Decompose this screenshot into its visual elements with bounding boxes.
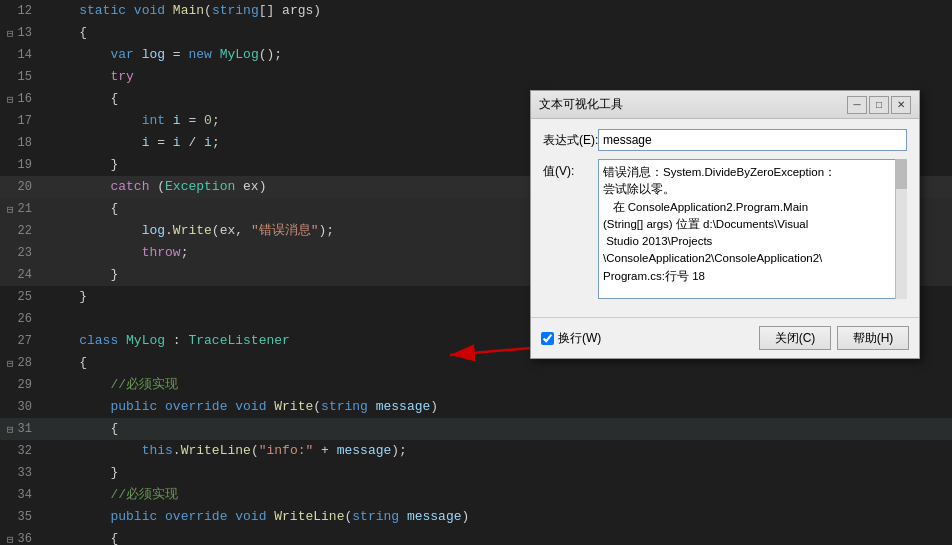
param-token: message bbox=[407, 509, 462, 524]
plain-token: { bbox=[79, 355, 87, 370]
dialog-body: 表达式(E): 值(V): 错误消息：System.DivideByZeroEx… bbox=[531, 119, 919, 317]
line-content: class MyLog : TraceListener bbox=[40, 330, 290, 352]
indent bbox=[48, 289, 79, 304]
line-content: catch (Exception ex) bbox=[40, 176, 266, 198]
plain-token: (ex, bbox=[212, 223, 251, 238]
plain-token: ); bbox=[318, 223, 334, 238]
line-content: public override void WriteLine(string me… bbox=[40, 506, 469, 528]
value-text-box[interactable]: 错误消息：System.DivideByZeroException： 尝试除以零… bbox=[598, 159, 907, 299]
kw2-token: catch bbox=[110, 179, 149, 194]
line-num-text: 18 bbox=[18, 136, 32, 150]
collapse-icon[interactable]: ⊟ bbox=[4, 357, 14, 370]
plain-token: { bbox=[110, 201, 118, 216]
code-line: ⊟13 { bbox=[0, 22, 952, 44]
str-token: "错误消息" bbox=[251, 223, 319, 238]
line-number: 34 bbox=[0, 488, 40, 502]
wrap-checkbox[interactable] bbox=[541, 332, 554, 345]
minimize-button[interactable]: ─ bbox=[847, 96, 867, 114]
collapse-icon[interactable]: ⊟ bbox=[4, 533, 14, 546]
line-content: //必须实现 bbox=[40, 484, 178, 506]
plain-token: { bbox=[79, 25, 87, 40]
indent bbox=[48, 333, 79, 348]
plain-token: ( bbox=[149, 179, 165, 194]
plain-token: ; bbox=[212, 135, 220, 150]
line-num-text: 22 bbox=[18, 224, 32, 238]
line-num-text: 33 bbox=[18, 466, 32, 480]
collapse-icon[interactable]: ⊟ bbox=[4, 93, 14, 106]
indent bbox=[48, 355, 79, 370]
kw-token: override bbox=[165, 509, 235, 524]
kw-token: var bbox=[110, 47, 141, 62]
line-num-text: 16 bbox=[18, 92, 32, 106]
line-number: 18 bbox=[0, 136, 40, 150]
line-content: try bbox=[40, 66, 134, 88]
code-line: 34 //必须实现 bbox=[0, 484, 952, 506]
line-content: { bbox=[40, 352, 87, 374]
close-button[interactable]: 关闭(C) bbox=[759, 326, 831, 350]
type-token: Exception bbox=[165, 179, 235, 194]
dialog-footer: 换行(W) 关闭(C) 帮助(H) bbox=[531, 317, 919, 358]
line-number: 32 bbox=[0, 444, 40, 458]
line-content: { bbox=[40, 198, 118, 220]
line-num-text: 29 bbox=[18, 378, 32, 392]
method-token: WriteLine bbox=[181, 443, 251, 458]
collapse-icon[interactable]: ⊟ bbox=[4, 423, 14, 436]
line-content: throw; bbox=[40, 242, 188, 264]
var-name-token: message bbox=[337, 443, 392, 458]
plain-token: = bbox=[165, 47, 188, 62]
scrollbar-thumb bbox=[896, 159, 907, 189]
kw-token: void bbox=[235, 399, 274, 414]
plain-token: / bbox=[181, 135, 204, 150]
plain-token: { bbox=[110, 421, 118, 436]
plain-token: = bbox=[181, 113, 204, 128]
var-name-token: i bbox=[173, 135, 181, 150]
plain-token: ( bbox=[204, 3, 212, 18]
indent bbox=[48, 531, 110, 545]
line-content: { bbox=[40, 418, 118, 440]
close-x-button[interactable]: ✕ bbox=[891, 96, 911, 114]
plain-token: ) bbox=[430, 399, 438, 414]
wrap-label[interactable]: 换行(W) bbox=[558, 330, 601, 347]
method-token: WriteLine bbox=[274, 509, 344, 524]
line-number: 29 bbox=[0, 378, 40, 392]
plain-token: [] args) bbox=[259, 3, 321, 18]
line-num-text: 27 bbox=[18, 334, 32, 348]
kw-token: string bbox=[321, 399, 376, 414]
line-content: log.Write(ex, "错误消息"); bbox=[40, 220, 334, 242]
footer-buttons: 关闭(C) 帮助(H) bbox=[759, 326, 909, 350]
line-num-text: 19 bbox=[18, 158, 32, 172]
indent bbox=[48, 25, 79, 40]
line-content: { bbox=[40, 528, 118, 545]
plain-token: ex) bbox=[235, 179, 266, 194]
line-num-text: 28 bbox=[18, 356, 32, 370]
line-content: { bbox=[40, 88, 118, 110]
var-name-token: i bbox=[204, 135, 212, 150]
line-num-text: 26 bbox=[18, 312, 32, 326]
indent bbox=[48, 47, 110, 62]
line-number: 22 bbox=[0, 224, 40, 238]
help-button[interactable]: 帮助(H) bbox=[837, 326, 909, 350]
indent bbox=[48, 487, 110, 502]
expr-input[interactable] bbox=[598, 129, 907, 151]
indent bbox=[48, 443, 142, 458]
dialog-title: 文本可视化工具 bbox=[539, 96, 623, 113]
line-num-text: 35 bbox=[18, 510, 32, 524]
value-label: 值(V): bbox=[543, 159, 598, 180]
indent bbox=[48, 113, 142, 128]
line-number: ⊟28 bbox=[0, 356, 40, 370]
collapse-icon[interactable]: ⊟ bbox=[4, 27, 14, 40]
collapse-icon[interactable]: ⊟ bbox=[4, 203, 14, 216]
visualizer-dialog[interactable]: 文本可视化工具 ─ □ ✕ 表达式(E): 值(V): 错误消息：System.… bbox=[530, 90, 920, 359]
code-line: 12 static void Main(string[] args) bbox=[0, 0, 952, 22]
value-scrollbar[interactable] bbox=[895, 159, 907, 299]
line-content: public override void Write(string messag… bbox=[40, 396, 438, 418]
maximize-button[interactable]: □ bbox=[869, 96, 889, 114]
comment-token: //必须实现 bbox=[110, 377, 178, 392]
plain-token: } bbox=[110, 465, 118, 480]
line-number: 23 bbox=[0, 246, 40, 260]
comment-token: //必须实现 bbox=[110, 487, 178, 502]
line-number: 35 bbox=[0, 510, 40, 524]
line-number: 14 bbox=[0, 48, 40, 62]
indent bbox=[48, 3, 79, 18]
line-content: { bbox=[40, 22, 87, 44]
